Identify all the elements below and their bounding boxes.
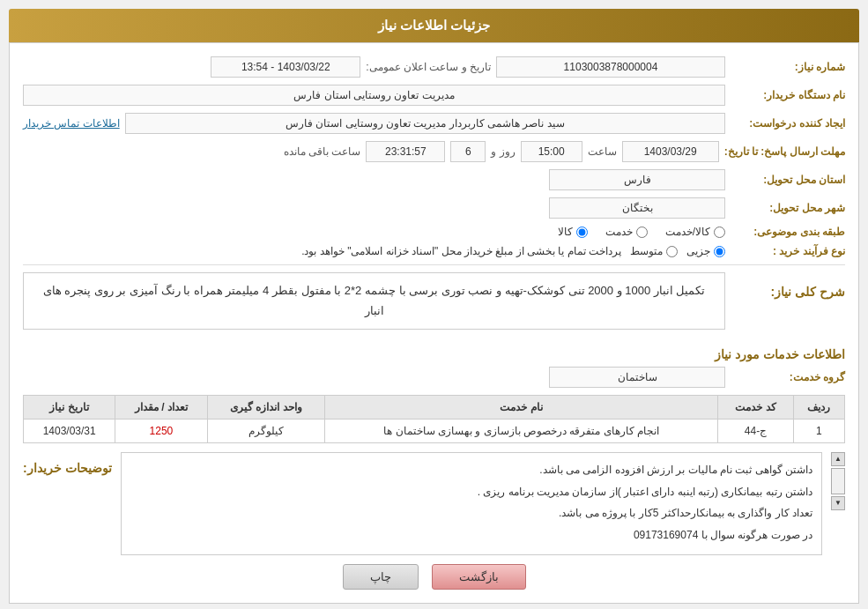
deadline-time-label: ساعت xyxy=(588,145,617,158)
main-card: شماره نیاز: 1103003878000004 تاریخ و ساع… xyxy=(9,42,859,604)
note-line: تعداد کار واگذاری به بیمانکارحداکثر 5کار… xyxy=(130,503,812,524)
cell-unit: کیلوگرم xyxy=(207,419,325,442)
scrollbar[interactable]: ▲ ▼ xyxy=(831,452,845,510)
service-group-row: گروه خدمت: ساختمان xyxy=(23,367,845,388)
category-radios: کالا/خدمت خدمت کالا xyxy=(558,226,725,238)
note-line: در صورت هرگونه سوال با 09173169074 xyxy=(130,525,812,546)
radio-partial[interactable]: جزیی xyxy=(686,245,725,257)
buttons-row: بازگشت چاپ xyxy=(23,564,845,590)
table-row: 1 ج-44 انجام کارهای متفرقه درخصوص بازساز… xyxy=(24,419,845,442)
process-options: جزیی متوسط پرداخت تمام یا بخشی از مبلغ خ… xyxy=(301,245,725,257)
description-text: تکمیل انبار 1000 و 2000 تنی کوشکک-تهیه و… xyxy=(23,272,725,330)
province-label: استان محل تحویل: xyxy=(731,174,845,186)
service-table: ردیف کد خدمت نام خدمت واحد اندازه گیری ت… xyxy=(23,395,845,443)
buyer-label: نام دستگاه خریدار: xyxy=(731,89,845,101)
cell-code: ج-44 xyxy=(718,419,794,442)
notes-section: ▲ ▼ داشتن گواهی ثبت نام مالیات بر ارزش ا… xyxy=(23,452,845,555)
contact-link[interactable]: اطلاعات تماس خریدار xyxy=(23,117,120,130)
deadline-days: 6 xyxy=(450,141,486,162)
deadline-remaining: 23:31:57 xyxy=(366,141,445,162)
category-label: طبقه بندی موضوعی: xyxy=(731,226,845,238)
process-description: پرداخت تمام یا بخشی از مبلغ خریداز محل "… xyxy=(301,245,621,257)
goods-label: کالا xyxy=(558,226,573,238)
goods-service-label: کالا/خدمت xyxy=(665,226,710,238)
radio-service[interactable]: خدمت xyxy=(605,226,648,238)
province-row: استان محل تحویل: فارس xyxy=(23,169,845,190)
deadline-row: مهلت ارسال پاسخ: تا تاریخ: 1403/03/29 سا… xyxy=(23,141,845,162)
description-row: شرح کلی نیاز: تکمیل انبار 1000 و 2000 تن… xyxy=(23,272,845,338)
note-line: داشتن گواهی ثبت نام مالیات بر ارزش افزود… xyxy=(130,460,812,480)
service-group-value: ساختمان xyxy=(549,367,725,388)
page-title: جزئیات اطلاعات نیاز xyxy=(378,18,490,33)
process-medium-label: متوسط xyxy=(630,245,663,257)
col-name: نام خدمت xyxy=(325,395,718,419)
city-row: شهر محل تحویل: بختگان xyxy=(23,197,845,219)
date-label: تاریخ و ساعت اعلان عمومی: xyxy=(366,61,491,73)
city-value: بختگان xyxy=(549,197,725,219)
col-unit: واحد اندازه گیری xyxy=(207,395,325,419)
process-label: نوع فرآیند خرید : xyxy=(731,245,845,257)
buyer-row: نام دستگاه خریدار: مدیریت تعاون روستایی … xyxy=(23,85,845,106)
radio-goods[interactable]: کالا xyxy=(558,226,588,238)
buyer-value: مدیریت تعاون روستایی استان فارس xyxy=(23,85,725,106)
page-container: جزئیات اطلاعات نیاز شماره نیاز: 11030038… xyxy=(0,0,868,609)
deadline-label: مهلت ارسال پاسخ: تا تاریخ: xyxy=(724,145,845,158)
notes-content: داشتن گواهی ثبت نام مالیات بر ارزش افزود… xyxy=(121,452,822,555)
col-qty: تعداد / مقدار xyxy=(115,395,207,419)
province-value: فارس xyxy=(549,169,725,190)
deadline-days-label: روز و xyxy=(491,145,515,158)
service-info-title: اطلاعات خدمات مورد نیاز xyxy=(23,347,845,361)
niyaz-number-row: شماره نیاز: 1103003878000004 تاریخ و ساع… xyxy=(23,56,845,78)
notes-label: توضیحات خریدار: xyxy=(23,461,112,475)
niyaz-number-label: شماره نیاز: xyxy=(731,61,845,73)
creator-label: ایجاد کننده درخواست: xyxy=(731,117,845,130)
deadline-date: 1403/03/29 xyxy=(622,141,719,162)
back-button[interactable]: بازگشت xyxy=(432,564,526,590)
cell-date: 1403/03/31 xyxy=(24,419,115,442)
service-label: خدمت xyxy=(605,226,633,238)
radio-medium[interactable]: متوسط xyxy=(630,245,678,257)
service-group-label: گروه خدمت: xyxy=(731,371,845,383)
col-code: کد خدمت xyxy=(718,395,794,419)
city-label: شهر محل تحویل: xyxy=(731,202,845,214)
divider-1 xyxy=(23,264,845,265)
creator-row: ایجاد کننده درخواست: سید ناصر هاشمی کارب… xyxy=(23,113,845,134)
creator-value: سید ناصر هاشمی کاربردار مدیریت تعاون روس… xyxy=(125,113,725,134)
date-value: 1403/03/22 - 13:54 xyxy=(211,56,360,78)
col-row: ردیف xyxy=(793,395,844,419)
radio-goods-service[interactable]: کالا/خدمت xyxy=(665,226,725,238)
note-line: داشتن رتبه بیمانکاری (رتبه اینبه دارای ا… xyxy=(130,482,812,502)
page-header: جزئیات اطلاعات نیاز xyxy=(9,9,859,42)
deadline-remaining-label: ساعت باقی مانده xyxy=(284,145,361,158)
process-partial-label: جزیی xyxy=(686,245,710,257)
cell-row: 1 xyxy=(793,419,844,442)
scroll-up-btn[interactable]: ▲ xyxy=(831,452,845,466)
description-label: شرح کلی نیاز: xyxy=(731,281,845,299)
col-date: تاریخ نیاز xyxy=(24,395,115,419)
scrollbar-track[interactable] xyxy=(831,468,845,494)
print-button[interactable]: چاپ xyxy=(343,564,419,590)
niyaz-number-value: 1103003878000004 xyxy=(496,56,725,78)
cell-qty: 1250 xyxy=(115,419,207,442)
scroll-down-btn[interactable]: ▼ xyxy=(831,496,845,510)
process-row: نوع فرآیند خرید : جزیی متوسط پرداخت تمام… xyxy=(23,245,845,257)
cell-name: انجام کارهای متفرقه درخصوص بازسازی و بهس… xyxy=(325,419,718,442)
category-row: طبقه بندی موضوعی: کالا/خدمت خدمت کالا xyxy=(23,226,845,238)
deadline-time: 15:00 xyxy=(521,141,582,162)
